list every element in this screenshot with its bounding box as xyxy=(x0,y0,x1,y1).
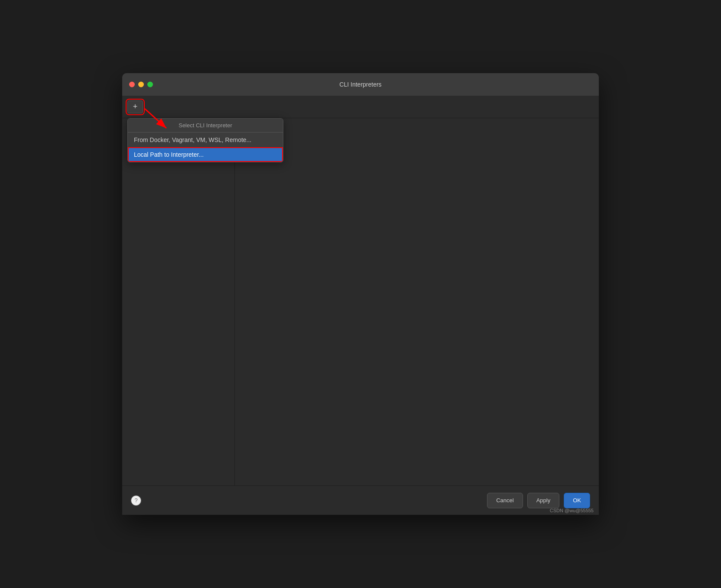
cancel-button[interactable]: Cancel xyxy=(487,493,523,508)
dropdown-item-remote[interactable]: From Docker, Vagrant, VM, WSL, Remote... xyxy=(128,132,283,147)
apply-button[interactable]: Apply xyxy=(527,493,560,508)
add-interpreter-button[interactable]: + xyxy=(127,100,143,113)
help-button[interactable]: ? xyxy=(131,495,141,506)
main-content: + Select CLI Interpreter From Docker, Va… xyxy=(122,96,599,485)
window-title: CLI Interpreters xyxy=(339,81,381,88)
toolbar: + Select CLI Interpreter From Docker, Va… xyxy=(122,96,599,118)
main-window: CLI Interpreters + Select CLI Interprete… xyxy=(122,73,599,515)
watermark: CSDN @wu@55555 xyxy=(550,508,594,513)
close-button[interactable] xyxy=(129,82,135,87)
title-bar: CLI Interpreters xyxy=(122,73,599,96)
bottom-bar: ? Cancel Apply OK xyxy=(122,485,599,515)
content-area: Nothing to show xyxy=(122,118,599,485)
dropdown-header: Select CLI Interpreter xyxy=(128,119,283,132)
select-interpreter-dropdown: Select CLI Interpreter From Docker, Vagr… xyxy=(127,118,283,162)
traffic-lights xyxy=(129,82,153,87)
minimize-button[interactable] xyxy=(138,82,144,87)
left-panel: Nothing to show xyxy=(122,118,235,485)
dropdown-item-local[interactable]: Local Path to Interpreter... xyxy=(128,147,283,162)
maximize-button[interactable] xyxy=(147,82,153,87)
action-buttons: Cancel Apply OK xyxy=(487,493,590,508)
ok-button[interactable]: OK xyxy=(564,493,590,508)
right-panel xyxy=(235,118,599,485)
